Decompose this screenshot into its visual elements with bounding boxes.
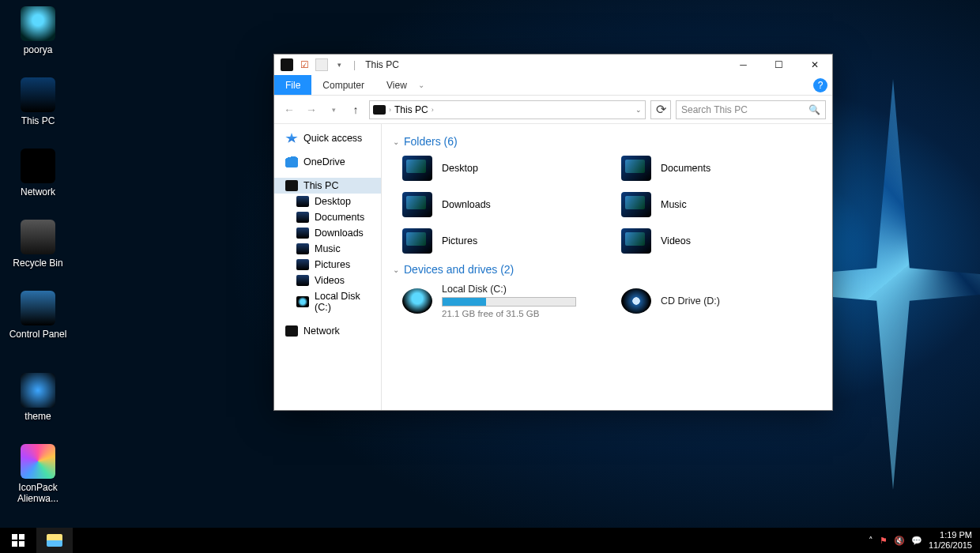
cloud-icon — [285, 156, 298, 167]
svg-rect-0 — [12, 534, 17, 540]
drive-item-localdisk[interactable]: Local Disk (C:) 21.1 GB free of 31.5 GB — [399, 280, 602, 322]
folder-item-pictures[interactable]: Pictures — [399, 225, 602, 257]
desktop-icon-label: Network — [6, 186, 70, 198]
iconpack-icon — [21, 444, 55, 479]
folder-icon — [402, 156, 432, 181]
content-pane: ⌄ Folders (6) Desktop Documents Download… — [382, 124, 832, 410]
maximize-button[interactable]: ☐ — [761, 55, 797, 75]
sidebar-item-pictures[interactable]: Pictures — [274, 257, 381, 273]
window-title: This PC — [365, 59, 399, 70]
folder-item-desktop[interactable]: Desktop — [399, 152, 602, 184]
desktop-icon-theme[interactable]: theme — [6, 373, 70, 422]
recyclebin-icon — [21, 220, 55, 254]
section-header-folders[interactable]: ⌄ Folders (6) — [393, 135, 821, 148]
qat-dropdown-icon[interactable]: ▾ — [333, 58, 345, 71]
svg-rect-2 — [12, 541, 17, 547]
desktop-icon-thispc[interactable]: This PC — [6, 77, 70, 126]
ribbon-tabs: File Computer View ⌄ ? — [274, 75, 832, 96]
desktop-icon-recyclebin[interactable]: Recycle Bin — [6, 220, 70, 269]
desktop-icon-label: IconPack Alienwa... — [6, 482, 70, 504]
desktop-icon-label: theme — [6, 411, 70, 422]
navigation-pane: Quick access OneDrive This PC Desktop Do… — [274, 124, 382, 410]
fileexplorer-icon — [47, 534, 62, 547]
tray-security-icon[interactable]: ⚑ — [880, 536, 888, 546]
sidebar-item-downloads[interactable]: Downloads — [274, 225, 381, 241]
titlebar[interactable]: ☑ ▾ | This PC ─ ☐ ✕ — [274, 55, 832, 75]
chevron-down-icon: ⌄ — [393, 137, 399, 146]
tray-notifications-icon[interactable]: 💬 — [911, 536, 922, 546]
folder-item-videos[interactable]: Videos — [618, 225, 821, 257]
breadcrumb-thispc[interactable]: This PC — [394, 104, 428, 115]
chevron-right-icon[interactable]: › — [389, 106, 391, 114]
desktop-icon-label: Recycle Bin — [6, 258, 70, 269]
nav-toolbar: ← → ▾ ↑ › This PC › ⌄ ⟳ Search This PC 🔍 — [274, 96, 832, 124]
folder-icon — [621, 192, 651, 217]
star-icon — [285, 133, 298, 144]
sidebar-item-network[interactable]: Network — [274, 323, 381, 339]
newfolder-qat-icon[interactable] — [315, 58, 328, 71]
history-dropdown[interactable]: ▾ — [325, 101, 342, 118]
taskbar-clock[interactable]: 1:19 PM 11/26/2015 — [929, 530, 972, 551]
sidebar-item-documents[interactable]: Documents — [274, 209, 381, 225]
up-button[interactable]: ↑ — [347, 101, 364, 118]
refresh-button[interactable]: ⟳ — [650, 100, 671, 119]
chevron-right-icon[interactable]: › — [432, 106, 434, 114]
minimize-button[interactable]: ─ — [726, 55, 761, 75]
ribbon-expand-icon[interactable]: ⌄ — [418, 81, 424, 89]
desktop: poorya This PC Network Recycle Bin Contr… — [0, 0, 980, 553]
folder-item-documents[interactable]: Documents — [618, 152, 821, 184]
tray-volume-icon[interactable]: 🔇 — [894, 536, 905, 546]
folder-icon — [296, 228, 309, 239]
sidebar-item-music[interactable]: Music — [274, 241, 381, 257]
help-button[interactable]: ? — [813, 78, 827, 92]
address-dropdown-icon[interactable]: ⌄ — [635, 106, 642, 114]
chevron-down-icon: ⌄ — [393, 265, 399, 274]
folder-item-music[interactable]: Music — [618, 189, 821, 220]
drive-item-cddrive[interactable]: CD Drive (D:) — [618, 280, 821, 322]
back-button[interactable]: ← — [281, 101, 298, 118]
folder-icon — [296, 196, 309, 207]
tray-overflow-icon[interactable]: ˄ — [869, 536, 873, 546]
sidebar-item-thispc[interactable]: This PC — [274, 178, 381, 194]
sidebar-item-localdisk[interactable]: Local Disk (C:) — [274, 288, 381, 315]
clock-time: 1:19 PM — [929, 530, 972, 540]
folder-item-downloads[interactable]: Downloads — [399, 189, 602, 220]
folder-icon — [296, 275, 309, 286]
properties-qat-icon[interactable]: ☑ — [298, 58, 311, 71]
folder-icon — [296, 259, 309, 270]
desktop-icon-controlpanel[interactable]: Control Panel — [6, 291, 70, 340]
close-button[interactable]: ✕ — [797, 55, 832, 75]
network-icon — [285, 325, 298, 337]
folder-icon — [296, 243, 309, 254]
address-bar[interactable]: › This PC › ⌄ — [369, 100, 646, 119]
explorer-window: ☑ ▾ | This PC ─ ☐ ✕ File Computer View ⌄… — [273, 54, 833, 411]
window-controls: ─ ☐ ✕ — [726, 55, 832, 75]
storage-bar — [442, 297, 576, 307]
alien-icon — [21, 6, 55, 41]
desktop-icon-user[interactable]: poorya — [6, 6, 70, 55]
folder-icon — [621, 228, 651, 254]
drive-name: CD Drive (D:) — [661, 295, 720, 307]
app-icon — [281, 58, 293, 71]
storage-bar-fill — [443, 298, 486, 306]
tab-computer[interactable]: Computer — [311, 75, 375, 95]
taskbar-fileexplorer[interactable] — [36, 528, 73, 553]
forward-button[interactable]: → — [303, 101, 320, 118]
tab-view[interactable]: View — [375, 75, 418, 95]
tab-file[interactable]: File — [274, 75, 311, 95]
controlpanel-icon — [21, 291, 55, 325]
disk-icon — [296, 296, 309, 307]
search-placeholder: Search This PC — [681, 104, 748, 115]
sidebar-item-quickaccess[interactable]: Quick access — [274, 130, 381, 146]
pc-icon — [373, 105, 386, 115]
sidebar-item-desktop[interactable]: Desktop — [274, 194, 381, 209]
cd-icon — [621, 288, 651, 314]
desktop-icon-label: This PC — [6, 115, 70, 126]
sidebar-item-onedrive[interactable]: OneDrive — [274, 154, 381, 170]
start-button[interactable] — [0, 528, 36, 553]
desktop-icon-iconpack[interactable]: IconPack Alienwa... — [6, 444, 70, 504]
sidebar-item-videos[interactable]: Videos — [274, 273, 381, 288]
search-box[interactable]: Search This PC 🔍 — [676, 100, 826, 119]
desktop-icon-network[interactable]: Network — [6, 149, 70, 198]
section-header-drives[interactable]: ⌄ Devices and drives (2) — [393, 263, 821, 276]
